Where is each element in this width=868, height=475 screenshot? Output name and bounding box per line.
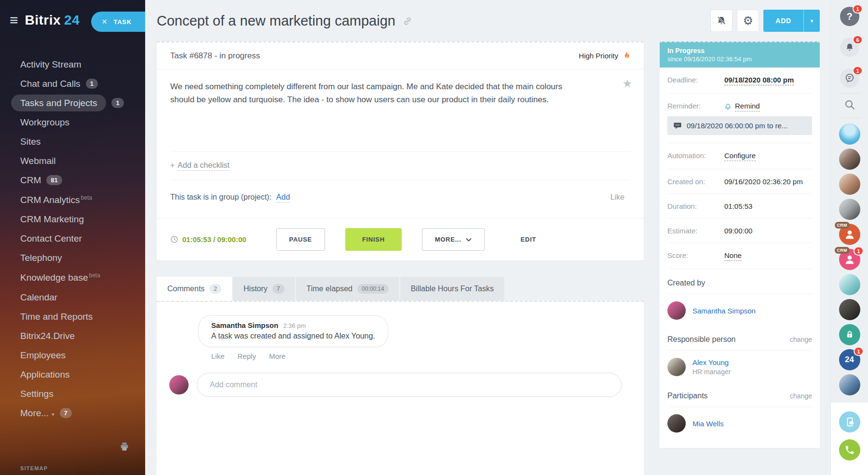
add-to-group-link[interactable]: Add — [276, 193, 290, 203]
created-by-name-link[interactable]: Samantha Simpson — [692, 307, 756, 315]
responsible-name-link[interactable]: Alex Young — [692, 358, 731, 366]
priority-label: High Priority — [579, 51, 630, 60]
avatar-man-blue-shirt[interactable] — [839, 374, 860, 395]
bitrix-logo[interactable]: Bitrix24 — [25, 13, 80, 28]
pause-button[interactable]: PAUSE — [276, 228, 325, 251]
sidebar-item-employees[interactable]: Employees — [0, 346, 145, 365]
sidebar-item-calendar[interactable]: Calendar — [0, 288, 145, 307]
participants-heading: Participants — [667, 392, 708, 400]
reminder-entry[interactable]: 09/18/2020 06:00:00 pm to re... — [667, 116, 812, 135]
more-button[interactable]: MORE... — [422, 228, 485, 251]
participant-name-link[interactable]: Mia Wells — [692, 420, 724, 428]
copy-link-icon[interactable] — [402, 16, 413, 28]
configure-link[interactable]: Configure — [724, 151, 756, 161]
sidebar-item-contact-center[interactable]: Contact Center — [0, 229, 145, 248]
favorite-star-icon[interactable]: ★ — [622, 77, 632, 90]
avatar-alex-young[interactable] — [667, 358, 686, 376]
comment-author[interactable]: Samantha Simpson — [211, 321, 278, 329]
telephony-button[interactable] — [839, 439, 860, 461]
avatar-crm-contact-pink[interactable]: CRM 1 — [839, 249, 860, 270]
change-participants-link[interactable]: change — [790, 392, 812, 400]
sidebar-item-applications[interactable]: Applications — [0, 365, 145, 384]
responsible-heading: Responsible person — [667, 335, 735, 344]
messenger-button[interactable]: 1 — [840, 68, 859, 88]
timer-value: 01:05:53 / 09:00:00 — [182, 235, 246, 244]
sidebar-item-label: CRM — [20, 175, 41, 185]
beta-tag: beta — [81, 194, 92, 201]
avatar-man-beard[interactable] — [839, 174, 860, 195]
avatar-older-man-glasses[interactable] — [839, 199, 860, 220]
hamburger-menu-icon[interactable]: ≡ — [10, 15, 18, 25]
sidebar-item-webmail[interactable]: Webmail — [0, 151, 145, 171]
finish-button[interactable]: FINISH — [345, 228, 402, 251]
close-icon[interactable]: ✕ — [102, 18, 108, 26]
sidebar-item-crm-analytics[interactable]: CRM Analyticsbeta — [0, 190, 145, 210]
chevron-down-icon: ▾ — [52, 411, 54, 417]
add-button[interactable]: ADD ▾ — [763, 10, 820, 32]
sitemap-link[interactable]: SITEMAP — [20, 465, 48, 471]
add-checklist-link[interactable]: +Add a checklist — [170, 152, 630, 180]
reminder-entry-text: 09/18/2020 06:00:00 pm to re... — [687, 122, 787, 130]
avatar-woman-dark-hair[interactable] — [839, 149, 860, 170]
sidebar-item-chat-and-calls[interactable]: Chat and Calls1 — [0, 74, 145, 94]
crm-contact-badge: 1 — [854, 246, 863, 256]
sidebar-item-knowledge-base[interactable]: Knowledge basebeta — [0, 268, 145, 287]
printer-icon[interactable] — [119, 441, 130, 454]
avatar-laptop-illustration[interactable] — [839, 274, 860, 295]
mute-notifications-button[interactable] — [710, 10, 732, 32]
score-value[interactable]: None — [724, 251, 742, 261]
change-responsible-link[interactable]: change — [790, 336, 812, 343]
logo-brand: Bitrix — [25, 13, 61, 27]
avatar-illustration-blue[interactable] — [839, 123, 860, 145]
tab-comments[interactable]: Comments2 — [157, 277, 232, 301]
sidebar-item-crm[interactable]: CRM81 — [0, 171, 145, 190]
deadline-value[interactable]: 09/18/2020 08:00 pm — [724, 76, 794, 85]
sidebar-item-sites[interactable]: Sites — [0, 132, 145, 151]
avatar-mia-wells[interactable] — [667, 414, 686, 433]
add-comment-input[interactable] — [197, 373, 622, 397]
bitrix24-network-button[interactable]: 24 1 — [839, 349, 860, 370]
secure-chat-button[interactable] — [839, 324, 860, 345]
task-pill-label: TASK — [113, 18, 132, 26]
current-user-avatar[interactable] — [169, 375, 189, 394]
sidebar-menu: Activity Stream Chat and Calls1 Tasks an… — [0, 55, 145, 423]
sidebar: ≡ Bitrix24 ✕TASK Activity Stream Chat an… — [0, 0, 145, 475]
comment-like-link[interactable]: Like — [211, 352, 225, 360]
page-title[interactable]: Concept of a new marketing campaign — [157, 13, 395, 29]
settings-button[interactable]: ⚙ — [737, 10, 759, 32]
avatar-dark-photo[interactable] — [839, 299, 860, 320]
remind-link[interactable]: Remind — [735, 102, 760, 111]
sidebar-item-more[interactable]: More...▾7 — [0, 404, 145, 423]
sidebar-item-activity-stream[interactable]: Activity Stream — [0, 55, 145, 74]
sidebar-item-settings[interactable]: Settings — [0, 384, 145, 404]
sidebar-item-crm-marketing[interactable]: CRM Marketing — [0, 210, 145, 229]
mobile-app-button[interactable] — [839, 411, 860, 433]
sidebar-item-bitrix24-drive[interactable]: Bitrix24.Drive — [0, 326, 145, 346]
sidebar-item-telephony[interactable]: Telephony — [0, 248, 145, 268]
duration-label: Duration: — [667, 202, 724, 210]
tab-label: Comments — [167, 285, 204, 293]
edit-button[interactable]: EDIT — [508, 229, 548, 250]
clock-icon — [170, 235, 178, 244]
sidebar-item-tasks-and-projects[interactable]: Tasks and Projects1 — [0, 94, 145, 113]
help-button[interactable]: ? 1 — [840, 7, 859, 26]
sidebar-item-workgroups[interactable]: Workgroups — [0, 113, 145, 132]
tab-history[interactable]: History7 — [233, 277, 295, 301]
like-task-link[interactable]: Like — [610, 193, 630, 202]
sidebar-item-label: More... — [20, 408, 49, 418]
avatar-samantha-simpson[interactable] — [667, 301, 686, 320]
task-slider-tab[interactable]: ✕TASK — [91, 12, 145, 32]
created-by-heading: Created by — [667, 279, 705, 287]
comment-more-link[interactable]: More — [269, 352, 285, 360]
bell-icon — [845, 42, 854, 52]
sidebar-item-label: Applications — [20, 369, 69, 380]
comment-reply-link[interactable]: Reply — [238, 352, 256, 360]
sidebar-item-time-and-reports[interactable]: Time and Reports — [0, 307, 145, 326]
avatar-crm-contact-orange[interactable]: CRM — [839, 224, 860, 245]
notifications-button[interactable]: 6 — [840, 38, 859, 57]
tab-time-elapsed[interactable]: Time elapsed00:00:14 — [296, 277, 399, 301]
tab-billable-hours[interactable]: Billable Hours For Tasks — [400, 277, 504, 301]
task-tabs: Comments2 History7 Time elapsed00:00:14 … — [157, 277, 644, 301]
add-dropdown-caret[interactable]: ▾ — [803, 10, 820, 32]
search-button[interactable] — [844, 99, 855, 112]
